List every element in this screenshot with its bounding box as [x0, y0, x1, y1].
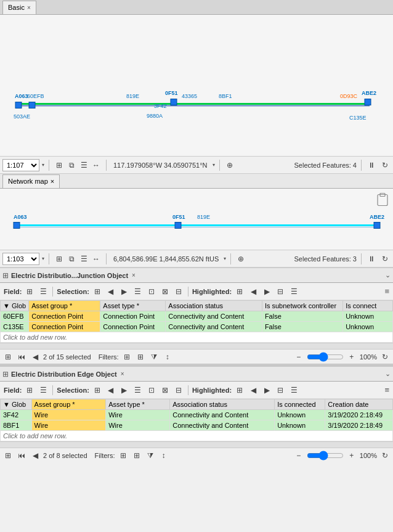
map2-pause-icon[interactable]: ⏸: [366, 253, 377, 264]
sep3: [219, 160, 220, 171]
p2-bb-icon1[interactable]: ⊞: [2, 450, 14, 461]
panel1-col-association[interactable]: Association status: [166, 301, 262, 311]
network-canvas-2[interactable]: A063 0F51 819E ABE2: [0, 189, 393, 250]
p1-sel-icon3[interactable]: ▶: [119, 286, 130, 297]
p1-filter-icon2[interactable]: ⊞: [135, 351, 146, 362]
panel2-col-asset-type[interactable]: Asset type *: [106, 399, 170, 410]
map2-layers-icon[interactable]: ⧉: [66, 253, 77, 264]
list-icon[interactable]: ☰: [78, 160, 89, 171]
p2-filter-icon3[interactable]: ⧩: [145, 450, 156, 461]
p1-bb-icon1[interactable]: ⊞: [2, 351, 14, 362]
map2-refresh-icon[interactable]: ↻: [379, 253, 391, 264]
p1-filter-icon3[interactable]: ⧩: [148, 351, 160, 362]
map2-list-icon[interactable]: ☰: [78, 253, 89, 264]
panel2-expand[interactable]: ⌄: [385, 370, 391, 378]
p1-hi-icon4[interactable]: ⊟: [275, 286, 286, 297]
panel1-add-row[interactable]: Click to add new row.: [1, 332, 393, 343]
panel1-close[interactable]: ×: [132, 272, 136, 279]
layers-icon[interactable]: ⧉: [66, 160, 77, 171]
pause-icon[interactable]: ⏸: [366, 160, 377, 171]
refresh-icon[interactable]: ↻: [379, 160, 391, 171]
map1-scale-select[interactable]: 1:107: [2, 159, 39, 171]
panel2-col-connected[interactable]: Is connected: [275, 399, 325, 410]
location-icon[interactable]: ⊕: [224, 160, 235, 171]
p1-zoom-in[interactable]: +: [346, 351, 357, 362]
p1-bb-first[interactable]: ⏮: [16, 351, 27, 362]
p2-zoom-out[interactable]: −: [293, 450, 304, 461]
main-tab-close[interactable]: ×: [27, 4, 31, 11]
network-map-tab[interactable]: Network map ×: [2, 174, 60, 188]
p1-sel-icon1[interactable]: ⊞: [92, 286, 103, 297]
p1-sel-icon4[interactable]: ☰: [132, 286, 144, 297]
p2-sel-icon5[interactable]: ⊡: [146, 385, 157, 396]
panel1-col-asset-type[interactable]: Asset type *: [100, 301, 166, 311]
p2-filter-icon2[interactable]: ⊞: [131, 450, 142, 461]
p1-hi-icon5[interactable]: ☰: [288, 286, 299, 297]
p2-hi-icon4[interactable]: ⊟: [275, 385, 286, 396]
network-canvas-1[interactable]: A063 60EFB 503AE 819E 3F42 0F51 43365 98…: [0, 15, 393, 156]
arrow-icon[interactable]: ↔: [91, 160, 102, 171]
panel2-col-glob[interactable]: ▼ Glob: [1, 399, 32, 410]
p1-sel-icon2[interactable]: ◀: [105, 286, 116, 297]
p2-sel-icon3[interactable]: ▶: [119, 385, 130, 396]
panel2-scroll-h[interactable]: [0, 441, 393, 448]
panel2-col-asset-group[interactable]: Asset group *: [31, 399, 106, 410]
p1-bb-prev[interactable]: ◀: [30, 351, 41, 362]
p1-filter-icon1[interactable]: ⊞: [121, 351, 132, 362]
p2-list-icon[interactable]: ☰: [38, 385, 49, 396]
p1-zoom-out[interactable]: −: [293, 351, 304, 362]
panel2-add-row[interactable]: Click to add new row.: [1, 431, 393, 441]
panel1-col-connect[interactable]: Is connect: [343, 301, 393, 311]
p2-hi-icon1[interactable]: ⊞: [234, 385, 245, 396]
main-tab[interactable]: Basic ×: [2, 1, 36, 14]
p2-settings-icon[interactable]: ≡: [384, 385, 389, 395]
p1-refresh-icon[interactable]: ↻: [379, 351, 391, 362]
p1-sel-icon6[interactable]: ⊠: [160, 286, 171, 297]
panel2-close[interactable]: ×: [121, 370, 124, 377]
network-map-tab-close[interactable]: ×: [51, 178, 54, 185]
p2-filter-icon1[interactable]: ⊞: [118, 450, 129, 461]
p1-sel-icon5[interactable]: ⊡: [146, 286, 157, 297]
grid-icon[interactable]: ⊞: [54, 160, 65, 171]
p2-zoom-in[interactable]: +: [346, 450, 357, 461]
p2-table-icon[interactable]: ⊞: [24, 385, 35, 396]
p1-settings-icon[interactable]: ≡: [384, 287, 389, 296]
panel1-expand[interactable]: ⌄: [385, 271, 391, 279]
p2-filter-icon4[interactable]: ↕: [158, 450, 169, 461]
p1-hi-icon2[interactable]: ◀: [248, 286, 259, 297]
p1-zoom-slider[interactable]: [307, 352, 344, 362]
p1-sel-icon7[interactable]: ⊟: [173, 286, 184, 297]
p2-sel-icon2[interactable]: ◀: [105, 385, 116, 396]
p2-sel-icon6[interactable]: ⊠: [160, 385, 171, 396]
p2-bb-first[interactable]: ⏮: [16, 450, 27, 461]
p2-sel-icon7[interactable]: ⊟: [173, 385, 184, 396]
map2-scale-select[interactable]: 1:103: [2, 253, 39, 265]
panel1-col-subnet[interactable]: Is subnetwork controller: [262, 301, 342, 311]
p2-sel-icon1[interactable]: ⊞: [92, 385, 103, 396]
svg-text:A063: A063: [14, 214, 27, 220]
p1-hi-icon1[interactable]: ⊞: [234, 286, 245, 297]
panel1-col-glob[interactable]: ▼ Glob: [1, 301, 29, 311]
map2-location-icon[interactable]: ⊕: [235, 253, 246, 264]
p2-hi-icon5[interactable]: ☰: [288, 385, 299, 396]
p1-table-icon[interactable]: ⊞: [24, 286, 35, 297]
table-row: 3F42 Wire Wire Connectivity and Content …: [1, 410, 393, 420]
p2-hi-icon3[interactable]: ▶: [261, 385, 272, 396]
p2-refresh-icon[interactable]: ↻: [379, 450, 391, 461]
sep5: [49, 253, 49, 264]
p1-filter-icon4[interactable]: ↕: [162, 351, 173, 362]
panel1-scroll-h[interactable]: [0, 343, 393, 349]
p2-zoom-slider[interactable]: [307, 451, 344, 460]
panel1-col-asset-group[interactable]: Asset group *: [29, 301, 100, 311]
panel1-add-row-label[interactable]: Click to add new row.: [1, 332, 393, 343]
panel2-add-row-label[interactable]: Click to add new row.: [1, 431, 393, 441]
map2-arrow-icon[interactable]: ↔: [91, 253, 102, 264]
p2-bb-prev[interactable]: ◀: [30, 450, 41, 461]
panel2-col-association[interactable]: Association status: [170, 399, 275, 410]
p1-hi-icon3[interactable]: ▶: [261, 286, 272, 297]
p2-hi-icon2[interactable]: ◀: [248, 385, 259, 396]
panel2-col-creation[interactable]: Creation date: [325, 399, 393, 410]
p1-list-icon[interactable]: ☰: [38, 286, 49, 297]
map2-grid-icon[interactable]: ⊞: [54, 253, 65, 264]
p2-sel-icon4[interactable]: ☰: [132, 385, 144, 396]
